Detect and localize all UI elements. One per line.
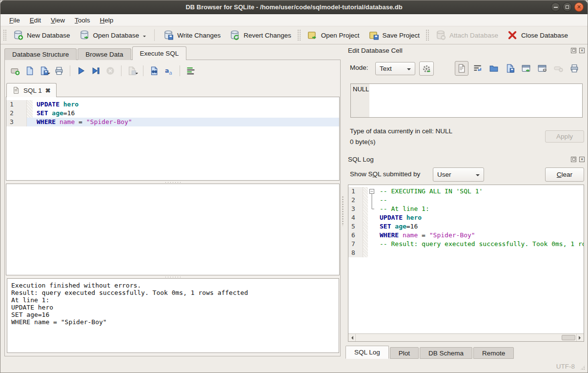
db-browser-window: DB Browser for SQLite - /home/user/code/… [0, 0, 588, 373]
minimize-icon [554, 7, 558, 8]
main-tabbar: Database StructureBrowse DataExecute SQL [4, 46, 187, 60]
save-results-button[interactable] [126, 64, 139, 77]
execute-current-line-button[interactable] [89, 64, 102, 77]
code-text: UPDATE hero [33, 100, 339, 109]
find-in-sql-button[interactable] [148, 64, 161, 77]
menubar: FileEditViewToolsHelp [0, 14, 588, 26]
export-data-button[interactable] [503, 61, 517, 76]
write-changes-button[interactable]: Write Changes [159, 27, 225, 43]
scrollbar-thumb[interactable] [562, 335, 575, 340]
auto-format-button[interactable] [184, 64, 197, 77]
sql-editor[interactable]: 1UPDATE hero2SET age=163WHERE name = "Sp… [6, 97, 340, 181]
new-database-button[interactable]: New Database [8, 27, 75, 43]
chevron-down-icon [476, 174, 480, 178]
fold-column [368, 213, 376, 222]
chevron-down-icon [143, 36, 146, 39]
log-filter-select[interactable]: User [433, 167, 484, 182]
results-grid[interactable] [6, 184, 340, 275]
dock-tab-remote[interactable]: Remote [473, 347, 514, 359]
message-line: WHERE name = "Spider-Boy" [11, 318, 335, 326]
save-sql-file-button[interactable] [38, 64, 51, 77]
minimize-button[interactable] [551, 2, 560, 12]
float-dock-icon[interactable] [571, 157, 576, 162]
panel-splitter-handle[interactable] [342, 196, 344, 226]
horizontal-scrollbar[interactable] [348, 333, 584, 341]
stop-execution-button[interactable] [104, 64, 117, 77]
cell-value-area[interactable] [369, 84, 582, 117]
toolbar-button-label: Write Changes [177, 32, 221, 39]
print-sql-button[interactable] [53, 64, 65, 77]
resize-grip[interactable] [579, 364, 586, 371]
word-wrap-button[interactable] [471, 61, 485, 76]
attach-database-button[interactable]: Attach Database [431, 27, 503, 43]
copy-link-button[interactable] [535, 61, 549, 76]
execute-all-icon [76, 66, 86, 76]
open-external-button[interactable] [519, 61, 533, 76]
print-cell-button[interactable] [568, 61, 581, 76]
titlebar[interactable]: DB Browser for SQLite - /home/user/code/… [0, 0, 588, 14]
float-dock-icon[interactable] [571, 48, 576, 53]
set-null-button[interactable] [551, 61, 565, 76]
word-wrap-icon [473, 63, 483, 73]
code-line: 1UPDATE hero [6, 100, 339, 109]
dock-tab-plot[interactable]: Plot [390, 347, 419, 359]
scroll-left-icon[interactable] [348, 334, 356, 341]
new-sql-tab-button[interactable] [9, 64, 21, 77]
menu-tools[interactable]: Tools [70, 15, 95, 25]
code-line: 1-- EXECUTING ALL IN 'SQL 1' [348, 187, 584, 196]
dock-tabbar: SQL LogPlotDB SchemaRemote [345, 346, 515, 359]
execute-all-button[interactable] [75, 64, 87, 77]
sql-log-view[interactable]: 1-- EXECUTING ALL IN 'SQL 1'2--3-- At li… [348, 185, 584, 342]
maximize-button[interactable] [563, 2, 572, 12]
close-dock-icon[interactable]: ✕ [579, 157, 585, 162]
scroll-right-icon[interactable] [576, 334, 584, 341]
revert-changes-button[interactable]: Revert Changes [225, 27, 296, 43]
open-database-button[interactable]: Open Database [75, 27, 151, 43]
code-line: 5SET age=16 [348, 222, 584, 231]
execution-message-pane[interactable]: Execution finished without errors.Result… [7, 278, 339, 353]
code-text: -- At line 1: [376, 205, 584, 213]
fold-start-icon[interactable] [368, 187, 376, 196]
sql-document-icon [12, 86, 20, 94]
tab-execute-sql[interactable]: Execute SQL [132, 46, 187, 60]
cell-type-info: Type of data currently in cell: NULL [350, 127, 452, 135]
menu-view[interactable]: View [46, 15, 70, 25]
message-line: Execution finished without errors. [11, 282, 335, 289]
maximize-icon [566, 5, 569, 9]
text-mode-button[interactable] [455, 61, 468, 76]
code-text: SET age=16 [33, 109, 339, 118]
close-dock-icon[interactable]: ✕ [579, 48, 585, 53]
tab-browse-data[interactable]: Browse Data [78, 48, 131, 60]
close-database-button[interactable]: Close Database [503, 27, 572, 43]
splitter-dots-icon [164, 276, 181, 278]
splitter-dots-icon [164, 182, 181, 183]
code-text: -- Result: query executed successfully. … [376, 240, 584, 249]
cell-mode-select[interactable]: Text [375, 62, 415, 75]
write-changes-icon [163, 30, 174, 41]
dock-tab-sql-log[interactable]: SQL Log [345, 346, 389, 359]
apply-button[interactable]: Apply [545, 130, 584, 143]
menu-file[interactable]: File [4, 15, 25, 25]
clear-log-button[interactable]: Clear [545, 167, 584, 182]
open-sql-file-button[interactable] [23, 64, 36, 77]
apply-settings-button[interactable] [419, 62, 434, 76]
line-number: 8 [348, 249, 363, 257]
line-number: 4 [348, 213, 363, 222]
sql-document-icon [12, 86, 20, 94]
import-data-icon [489, 63, 499, 73]
toolbar-button-label: Revert Changes [243, 32, 291, 39]
dock-tab-db-schema[interactable]: DB Schema [420, 347, 472, 359]
close-tab-icon[interactable]: ✖ [45, 87, 51, 94]
tab-database-structure[interactable]: Database Structure [4, 48, 77, 60]
menu-help[interactable]: Help [95, 15, 119, 25]
menu-edit[interactable]: Edit [25, 15, 46, 25]
import-data-button[interactable] [487, 61, 501, 76]
code-text [376, 249, 584, 257]
sql-document-tab[interactable]: SQL 1 ✖ [6, 83, 57, 97]
cell-value-editor[interactable]: NULL [350, 83, 583, 118]
close-button[interactable]: ✕ [574, 2, 584, 12]
open-project-button[interactable]: Open Project [303, 27, 364, 43]
save-project-button[interactable]: Save Project [364, 27, 425, 43]
code-text: SET age=16 [376, 222, 584, 231]
font-settings-button[interactable]: aa [162, 64, 175, 77]
